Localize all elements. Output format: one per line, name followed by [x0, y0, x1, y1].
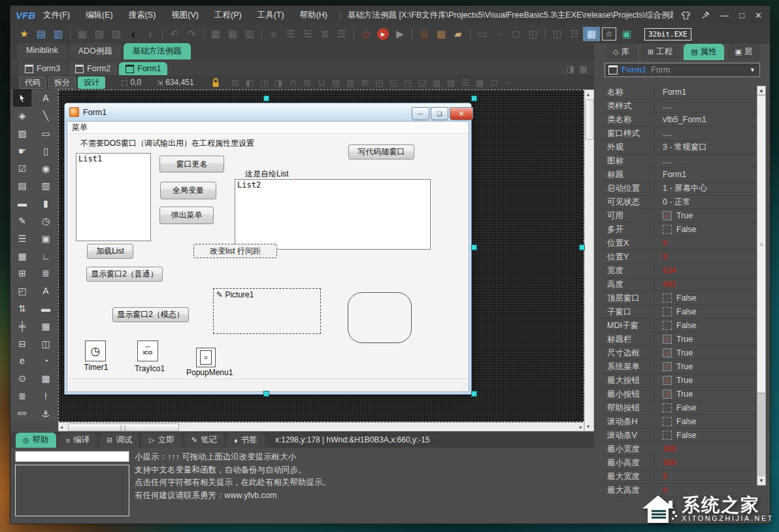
- scroll-down-icon[interactable]: ▼: [757, 476, 765, 485]
- frame-tool[interactable]: ▯: [37, 143, 54, 159]
- selection-handle-top-right[interactable]: [471, 95, 477, 101]
- menubar-item[interactable]: 搜索(S): [129, 10, 156, 21]
- send-back-icon[interactable]: ▨: [446, 78, 456, 88]
- align-right-icon[interactable]: ☱: [299, 27, 316, 41]
- form-maximize-button[interactable]: ❏: [431, 107, 448, 120]
- form-tab-form1[interactable]: Form1: [119, 62, 167, 75]
- cut-icon[interactable]: ▩: [207, 27, 224, 41]
- show-window2-normal-button[interactable]: 显示窗口2（普通）: [86, 267, 163, 282]
- designed-form[interactable]: Form1 — ❏ ✕ 菜单 不需要DOS窗口（调试输出用）在工程属性里设置 写…: [64, 103, 472, 395]
- table-tool-icon[interactable]: ▦: [583, 27, 600, 41]
- menubar-item[interactable]: 编辑(E): [86, 10, 113, 21]
- checkbox-unchecked-icon[interactable]: [663, 431, 672, 440]
- line-spacing-button[interactable]: 改变list 行间距: [193, 244, 277, 258]
- back-icon[interactable]: ‹: [125, 27, 142, 41]
- property-value[interactable]: ✓True: [655, 335, 693, 344]
- properties-scroll-thumb[interactable]: ≡: [757, 95, 765, 393]
- same-height-icon[interactable]: ▥: [346, 78, 356, 88]
- checkbox-unchecked-icon[interactable]: [663, 307, 672, 316]
- design-hscrollbar[interactable]: ◂ ║║ ▸: [58, 422, 584, 431]
- hand-button-tool[interactable]: ☛: [14, 143, 31, 159]
- checkbox-checked-icon[interactable]: ✓: [663, 376, 672, 385]
- bottom-tab-5[interactable]: ✎笔记: [184, 433, 224, 448]
- undo-icon[interactable]: ↶: [166, 27, 183, 41]
- hscroll-thumb[interactable]: ║║: [68, 424, 179, 431]
- selection-handle-bottom[interactable]: [263, 391, 269, 397]
- datetime-tool[interactable]: ▦: [37, 318, 54, 334]
- checkbox-unchecked-icon[interactable]: [663, 321, 672, 330]
- skin-icon[interactable]: [681, 11, 691, 20]
- richtext-tool[interactable]: A: [37, 283, 54, 299]
- property-value[interactable]: 0: [655, 239, 667, 248]
- bottom-tab-2[interactable]: ≡编译: [59, 433, 97, 448]
- scroll-up-icon[interactable]: ▲: [757, 86, 765, 95]
- outdent-icon[interactable]: ☲: [333, 27, 350, 41]
- tab-page-tool[interactable]: ◰: [14, 283, 31, 299]
- tools-icon[interactable]: ☷: [566, 27, 583, 41]
- same-width-icon[interactable]: ▤: [331, 78, 341, 88]
- draw-tool[interactable]: ✎: [14, 213, 31, 229]
- size-to-grid-icon[interactable]: ▩: [475, 78, 485, 88]
- popupmenu1-component[interactable]: ≡: [196, 348, 216, 367]
- wizard-icon[interactable]: ◻: [508, 27, 525, 41]
- checkbox-unchecked-icon[interactable]: [663, 225, 672, 234]
- property-value[interactable]: 451: [655, 280, 676, 289]
- center-vertical-icon[interactable]: ◲: [418, 78, 427, 88]
- properties-scrollbar[interactable]: ▲ ≡ ▼: [757, 86, 766, 486]
- picture1-box[interactable]: ✎ Picture1: [213, 288, 321, 334]
- step-run-icon[interactable]: ▶: [391, 27, 408, 41]
- web-tool[interactable]: ⊙: [14, 371, 31, 386]
- line-tool[interactable]: ╲: [37, 108, 54, 124]
- property-value[interactable]: ✓True: [655, 211, 693, 220]
- label-tool[interactable]: A: [37, 90, 54, 106]
- form-minimize-button[interactable]: —: [412, 107, 429, 120]
- menubar-item[interactable]: 工具(T): [257, 10, 284, 21]
- property-value[interactable]: ✓True: [655, 390, 693, 399]
- property-value[interactable]: False: [655, 307, 697, 316]
- paste-icon[interactable]: ▥: [241, 27, 258, 41]
- form-tab-form2[interactable]: Form2: [69, 62, 117, 75]
- design-canvas[interactable]: Form1 — ❏ ✕ 菜单 不需要DOS窗口（调试输出用）在工程属性里设置 写…: [58, 90, 584, 422]
- scroll-up-icon[interactable]: ▴: [587, 91, 589, 97]
- ungroup-icon[interactable]: ▫: [504, 78, 514, 88]
- property-value[interactable]: 1 - 屏幕中心: [655, 183, 707, 194]
- listview-tool[interactable]: ▥: [37, 178, 54, 193]
- canvas-handle-right[interactable]: [579, 244, 585, 250]
- property-value[interactable]: 634: [655, 266, 676, 275]
- help-result-list[interactable]: [15, 465, 129, 516]
- open-project-icon[interactable]: ▥: [50, 27, 67, 41]
- checkbox-checked-icon[interactable]: ✓: [663, 211, 672, 220]
- save-icon[interactable]: ▦: [74, 27, 91, 41]
- rename-window-button[interactable]: 窗口更名: [159, 156, 224, 173]
- image-library-icon[interactable]: ▦: [433, 27, 450, 41]
- bottom-tab-1[interactable]: ◎帮助: [16, 433, 56, 448]
- align-middles-icon[interactable]: ⊟: [303, 78, 312, 88]
- bottom-tab-6[interactable]: ♦书签: [227, 433, 265, 448]
- checkbox-checked-icon[interactable]: ✓: [663, 335, 672, 344]
- browser-ie-tool[interactable]: e: [14, 353, 31, 369]
- lock-icon[interactable]: [211, 78, 220, 88]
- property-value[interactable]: False: [655, 431, 697, 440]
- file-library-icon[interactable]: ▰: [450, 27, 467, 41]
- tree-tool[interactable]: ≣: [37, 265, 54, 281]
- timer-tool[interactable]: ◷: [37, 213, 54, 229]
- compile-icon[interactable]: ◇: [357, 27, 374, 41]
- load-list-button[interactable]: 加载List: [87, 244, 133, 259]
- property-value[interactable]: vfb5_Form1: [655, 115, 706, 124]
- menubar-item[interactable]: 视图(V): [171, 10, 199, 21]
- property-value[interactable]: ✓True: [655, 362, 693, 371]
- property-value[interactable]: ....: [655, 129, 672, 138]
- trayicon-tool[interactable]: ICO: [14, 406, 31, 422]
- panel-tab-1[interactable]: ◇库: [606, 44, 637, 60]
- property-value[interactable]: ....: [655, 156, 672, 165]
- group-icon[interactable]: ◻: [489, 78, 499, 88]
- align-center-icon[interactable]: ☰: [282, 27, 299, 41]
- select-tool[interactable]: [14, 90, 31, 106]
- panel-tab-2[interactable]: ⊞工程: [640, 44, 680, 60]
- chat-icon[interactable]: ◫: [549, 27, 566, 41]
- space-horizontal-icon[interactable]: ◰: [374, 78, 384, 88]
- list2-listbox[interactable]: List2: [235, 179, 431, 250]
- picture-frame-tool[interactable]: ▦: [37, 371, 54, 386]
- space-vertical-icon[interactable]: ◱: [389, 78, 399, 88]
- run-icon[interactable]: ▶: [377, 28, 389, 40]
